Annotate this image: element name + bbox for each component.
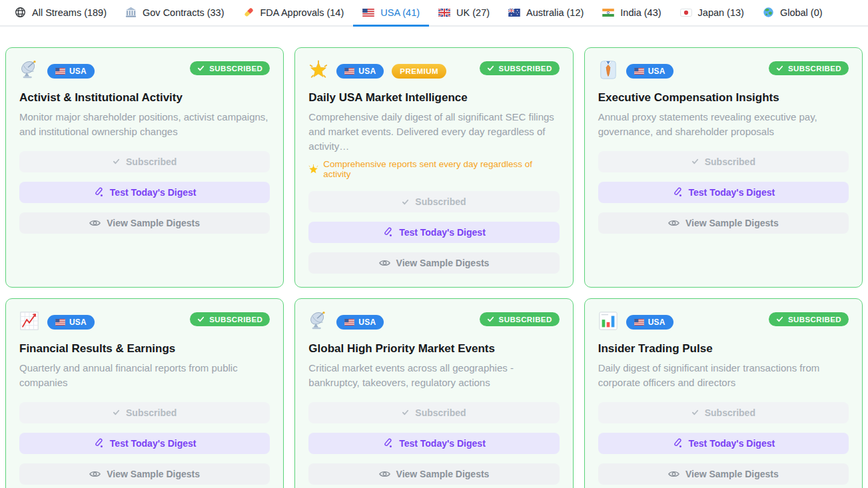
card-description: Quarterly and annual financial reports f… [19, 361, 270, 390]
stream-card: USA SUBSCRIBED Insider Trading Pulse Dai… [584, 298, 863, 488]
tab-label: Australia (12) [526, 7, 584, 18]
flag-au-icon [508, 9, 520, 17]
card-description: Daily digest of significant insider tran… [598, 361, 849, 390]
subscribed-badge: SUBSCRIBED [480, 61, 560, 75]
view-samples-button[interactable]: View Sample Digests [19, 463, 270, 485]
card-title: Daily USA Market Intelligence [308, 91, 559, 105]
tab-gov-contracts[interactable]: Gov Contracts (33) [116, 0, 234, 27]
stream-filter-tabs: All Streams (189) Gov Contracts (33) FDA… [0, 0, 868, 27]
tab-label: Gov Contracts (33) [143, 7, 224, 18]
view-samples-button[interactable]: View Sample Digests [19, 212, 270, 234]
flag-uk-icon [438, 9, 450, 17]
card-description: Comprehensive daily digest of all signif… [308, 110, 559, 153]
stream-card: USA SUBSCRIBED Financial Results & Earni… [5, 298, 284, 488]
tab-global[interactable]: Global (0) [753, 0, 832, 27]
tab-india[interactable]: India (43) [593, 0, 670, 27]
subscribed-badge-label: SUBSCRIBED [788, 316, 841, 324]
subscribed-button-label: Subscribed [415, 196, 466, 207]
subscribed-button[interactable]: Subscribed [598, 151, 849, 172]
test-tube-icon [93, 187, 104, 198]
test-digest-button[interactable]: Test Today's Digest [598, 182, 849, 203]
flag-us-icon [362, 9, 374, 17]
tab-label: UK (27) [456, 7, 490, 18]
view-samples-button-label: View Sample Digests [107, 469, 200, 479]
subscribed-button-label: Subscribed [705, 407, 755, 418]
view-samples-button[interactable]: View Sample Digests [308, 252, 559, 274]
test-digest-button[interactable]: Test Today's Digest [308, 222, 559, 243]
region-badge-label: USA [648, 67, 665, 76]
check-icon [487, 316, 494, 323]
tab-japan[interactable]: Japan (13) [671, 0, 753, 27]
tab-fda-approvals[interactable]: FDA Approvals (14) [234, 0, 354, 27]
subscribed-button[interactable]: Subscribed [308, 402, 559, 423]
check-icon [487, 65, 494, 72]
test-digest-button[interactable]: Test Today's Digest [598, 433, 849, 454]
card-title: Financial Results & Earnings [19, 342, 270, 356]
test-digest-button[interactable]: Test Today's Digest [308, 433, 559, 454]
subscribed-button[interactable]: Subscribed [19, 402, 270, 423]
flag-jp-icon [680, 9, 692, 17]
card-title: Activist & Institutional Activity [19, 91, 270, 105]
us-flag-icon [55, 319, 65, 326]
test-tube-icon [382, 227, 393, 238]
subscribed-button-label: Subscribed [126, 156, 177, 167]
check-icon [197, 316, 205, 323]
subscribed-button[interactable]: Subscribed [308, 191, 559, 212]
bar-chart-icon [598, 311, 618, 331]
card-title: Global High Priority Market Events [308, 342, 559, 356]
satellite-dish-icon [308, 311, 328, 331]
region-badge: USA [336, 64, 384, 79]
test-digest-button[interactable]: Test Today's Digest [19, 182, 270, 203]
region-badge-label: USA [358, 67, 376, 76]
view-samples-button[interactable]: View Sample Digests [598, 463, 849, 485]
pill-icon [243, 7, 254, 18]
tab-all-streams[interactable]: All Streams (189) [5, 0, 116, 27]
premium-badge: PREMIUM [392, 64, 446, 79]
us-flag-icon [634, 319, 644, 326]
premium-note: Comprehensive reports sent every day reg… [308, 159, 559, 179]
subscribed-button[interactable]: Subscribed [598, 402, 849, 423]
globe-asia-icon [763, 7, 774, 18]
view-samples-button[interactable]: View Sample Digests [598, 212, 849, 234]
test-digest-button-label: Test Today's Digest [110, 187, 197, 198]
subscribed-badge-label: SUBSCRIBED [788, 65, 841, 73]
subscribed-badge-label: SUBSCRIBED [209, 316, 262, 324]
card-description: Monitor major shareholder positions, act… [19, 110, 270, 139]
check-icon [691, 158, 699, 165]
test-digest-button-label: Test Today's Digest [689, 187, 775, 198]
stream-card: USA PREMIUM SUBSCRIBED Daily USA Market … [294, 47, 573, 288]
stream-card: USA SUBSCRIBED Activist & Institutional … [5, 47, 284, 288]
view-samples-button[interactable]: View Sample Digests [308, 463, 559, 485]
region-badge: USA [626, 315, 673, 330]
tab-label: FDA Approvals (14) [260, 7, 344, 18]
tab-usa[interactable]: USA (41) [353, 0, 429, 27]
test-tube-icon [382, 438, 393, 449]
eye-icon [379, 259, 390, 267]
subscribed-badge: SUBSCRIBED [769, 312, 849, 326]
test-digest-button-label: Test Today's Digest [110, 438, 197, 449]
subscribed-badge: SUBSCRIBED [480, 312, 560, 326]
tab-australia[interactable]: Australia (12) [499, 0, 593, 27]
region-badge-label: USA [648, 318, 665, 327]
stream-card: USA SUBSCRIBED Executive Compensation In… [584, 47, 863, 288]
premium-note-text: Comprehensive reports sent every day reg… [323, 159, 559, 179]
subscribed-badge-label: SUBSCRIBED [209, 65, 262, 73]
test-digest-button[interactable]: Test Today's Digest [19, 433, 270, 454]
check-icon [113, 158, 120, 165]
check-icon [776, 316, 783, 323]
region-badge-label: USA [69, 67, 87, 76]
eye-icon [89, 470, 101, 478]
region-badge-label: USA [358, 318, 376, 327]
subscribed-button[interactable]: Subscribed [19, 151, 270, 172]
subscribed-button-label: Subscribed [705, 156, 755, 167]
us-flag-icon [344, 319, 354, 326]
eye-icon [379, 470, 390, 478]
us-flag-icon [55, 68, 65, 75]
subscribed-button-label: Subscribed [126, 407, 177, 418]
tab-uk[interactable]: UK (27) [429, 0, 499, 27]
globe-icon [15, 7, 26, 18]
test-tube-icon [672, 438, 683, 449]
check-icon [776, 65, 783, 72]
check-icon [691, 409, 699, 416]
eye-icon [89, 219, 101, 227]
